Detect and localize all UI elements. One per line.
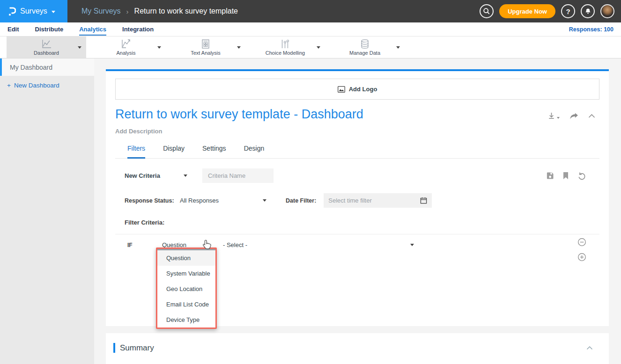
new-criteria-select[interactable]: New Criteria — [125, 172, 187, 179]
download-button[interactable] — [547, 112, 560, 120]
question-mark-icon: ? — [566, 7, 570, 15]
dashboard-sidebar: My Dashboard + New Dashboard — [0, 58, 94, 364]
criteria-actions — [546, 172, 609, 180]
chevron-down-icon — [52, 11, 55, 13]
chevron-down-icon[interactable] — [157, 46, 161, 49]
summary-title: Summary — [120, 343, 154, 353]
question-select-placeholder: - Select - — [223, 241, 247, 248]
response-status-row: Response Status: All Responses Date Filt… — [125, 193, 609, 208]
response-status-select[interactable]: All Responses — [180, 197, 266, 204]
chevron-up-icon — [586, 346, 593, 350]
tab-settings[interactable]: Settings — [202, 145, 226, 159]
settings-tabs: Filters Display Settings Design — [115, 145, 599, 159]
chevron-up-icon — [588, 114, 595, 118]
tab-display[interactable]: Display — [163, 145, 185, 159]
toolbar-text-analysis[interactable]: Text Analysis — [166, 36, 245, 58]
new-criteria-value: New Criteria — [125, 172, 160, 179]
response-status-label: Response Status: — [125, 197, 180, 204]
chevron-up-icon — [205, 244, 209, 246]
question-select[interactable]: - Select - — [223, 241, 414, 248]
remove-condition-button[interactable] — [577, 238, 586, 247]
user-avatar[interactable] — [600, 4, 614, 18]
breadcrumb: My Surveys › Return to work survey templ… — [67, 7, 238, 15]
add-logo-label: Add Logo — [349, 86, 377, 93]
if-label: IF — [127, 242, 136, 248]
condition-source-dropdown: Question System Variable Geo Location Em… — [156, 248, 217, 329]
add-logo-box[interactable]: Add Logo — [115, 79, 599, 100]
chevron-down-icon — [184, 175, 187, 177]
tab-filters[interactable]: Filters — [127, 145, 145, 159]
add-condition-button[interactable] — [577, 253, 586, 262]
collapse-header-button[interactable] — [588, 114, 595, 118]
database-icon — [360, 39, 370, 49]
new-dashboard-button[interactable]: + New Dashboard — [0, 82, 94, 89]
toolbar-analysis-label: Analysis — [117, 50, 136, 56]
new-dashboard-label: New Dashboard — [14, 82, 59, 89]
breadcrumb-my-surveys[interactable]: My Surveys — [81, 7, 121, 15]
share-icon — [569, 112, 578, 120]
bell-icon — [584, 7, 591, 15]
save-criteria-button[interactable] — [546, 172, 554, 180]
toolbar-dashboard-label: Dashboard — [34, 50, 59, 56]
title-actions — [547, 107, 599, 120]
product-switcher[interactable]: Surveys — [0, 0, 67, 22]
chevron-down-icon — [410, 244, 414, 246]
reset-criteria-button[interactable] — [577, 172, 586, 180]
chevron-down-icon[interactable] — [317, 46, 320, 49]
tab-design[interactable]: Design — [244, 145, 265, 159]
calendar-icon — [420, 197, 427, 204]
bookmark-icon — [562, 172, 569, 180]
nav-integration[interactable]: Integration — [122, 23, 154, 36]
search-icon — [483, 7, 490, 15]
dropdown-option-question[interactable]: Question — [157, 250, 215, 266]
save-icon — [546, 172, 554, 180]
criteria-name-input[interactable] — [202, 168, 274, 183]
page-title[interactable]: Return to work survey template - Dashboa… — [115, 107, 363, 122]
sidebar-item-my-dashboard[interactable]: My Dashboard — [0, 58, 94, 76]
add-description[interactable]: Add Description — [115, 128, 599, 135]
dropdown-option-geo-location[interactable]: Geo Location — [157, 281, 215, 297]
download-icon — [547, 112, 555, 120]
help-button[interactable]: ? — [561, 4, 575, 18]
divider — [115, 234, 599, 234]
nav-edit[interactable]: Edit — [7, 23, 19, 36]
date-filter-input[interactable]: Select time filter — [324, 193, 432, 208]
dashboard-chart-icon — [41, 39, 52, 49]
reset-icon — [577, 172, 586, 180]
analytics-toolbar: Dashboard Analysis Text Analysis — [0, 36, 621, 58]
dropdown-option-email-list-code[interactable]: Email List Code — [157, 297, 215, 312]
toolbar-manage-data[interactable]: Manage Data — [325, 36, 405, 58]
circle-plus-icon — [577, 253, 586, 262]
toolbar-analysis[interactable]: Analysis — [86, 36, 166, 58]
chevron-down-icon[interactable] — [396, 46, 400, 49]
search-button[interactable] — [480, 4, 494, 18]
share-button[interactable] — [569, 112, 578, 120]
upgrade-now-button[interactable]: Upgrade Now — [499, 4, 555, 18]
choice-modelling-icon — [280, 39, 290, 49]
chevron-down-icon[interactable] — [237, 46, 241, 49]
toolbar-choice-modelling[interactable]: Choice Modelling — [245, 36, 325, 58]
notifications-button[interactable] — [581, 4, 595, 18]
top-bar: Surveys My Surveys › Return to work surv… — [0, 0, 621, 22]
nav-analytics[interactable]: Analytics — [79, 23, 106, 36]
circle-minus-icon — [577, 238, 586, 247]
collapse-summary-button[interactable] — [586, 346, 593, 350]
toolbar-choice-modelling-label: Choice Modelling — [266, 50, 305, 56]
date-filter-placeholder: Select time filter — [328, 197, 420, 204]
response-status-value: All Responses — [180, 197, 219, 204]
summary-card: Summary — [106, 333, 609, 364]
survey-nav: Edit Distribute Analytics Integration Re… — [0, 22, 621, 36]
product-label: Surveys — [20, 7, 47, 15]
text-analysis-icon — [200, 39, 211, 49]
toolbar-dashboard[interactable]: Dashboard — [7, 36, 86, 58]
title-row: Return to work survey template - Dashboa… — [115, 107, 599, 122]
toolbar-manage-data-label: Manage Data — [349, 50, 380, 56]
nav-distribute[interactable]: Distribute — [35, 23, 64, 36]
responses-count[interactable]: Responses: 100 — [569, 26, 614, 33]
chevron-down-icon[interactable] — [78, 46, 81, 49]
dropdown-option-system-variable[interactable]: System Variable — [157, 266, 215, 281]
bookmark-criteria-button[interactable] — [562, 172, 569, 180]
chevron-down-icon — [263, 199, 266, 202]
criteria-row: New Criteria — [125, 168, 609, 183]
dropdown-option-device-type[interactable]: Device Type — [157, 312, 215, 328]
